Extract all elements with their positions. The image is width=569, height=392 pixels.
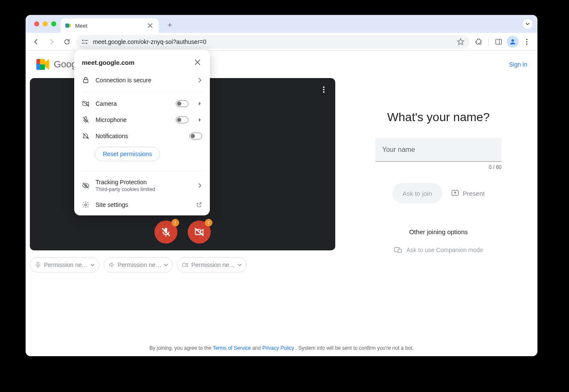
- url-text: meet.google.com/okr-znyq-soi?authuser=0: [93, 38, 206, 45]
- join-actions: Ask to join Present: [392, 183, 485, 203]
- mic-label: Microphone: [96, 116, 170, 123]
- mic-toggle[interactable]: [176, 116, 189, 123]
- preview-menu-icon[interactable]: [320, 86, 328, 93]
- tracking-subtitle: Third-party cookies limited: [96, 186, 191, 192]
- chip-label: Permission ne…: [44, 261, 88, 268]
- camera-warning-badge: !: [205, 219, 212, 226]
- reload-button[interactable]: [61, 35, 73, 48]
- svg-point-15: [323, 87, 325, 88]
- new-tab-button[interactable]: +: [163, 18, 177, 32]
- secure-label: Connection is secure: [96, 77, 191, 84]
- site-settings-label: Site settings: [96, 201, 190, 208]
- browser-tab[interactable]: Meet: [61, 18, 159, 33]
- caret-right-icon: [198, 102, 202, 106]
- privacy-link[interactable]: Privacy Policy: [262, 345, 294, 351]
- lock-icon: [82, 76, 90, 84]
- chip-label: Permission ne…: [191, 261, 235, 268]
- preview-controls: ! !: [154, 221, 211, 244]
- forward-button[interactable]: [45, 35, 58, 48]
- bell-off-icon: [82, 132, 90, 140]
- sign-in-link[interactable]: Sign in: [509, 61, 527, 68]
- eye-off-icon: [82, 182, 90, 189]
- browser-toolbar: meet.google.com/okr-znyq-soi?authuser=0: [26, 33, 537, 51]
- svg-point-16: [323, 89, 325, 90]
- caret-down-icon: [238, 263, 242, 267]
- site-info-popup: meet.google.com Connection is secure Cam…: [74, 50, 210, 215]
- svg-point-11: [526, 44, 528, 45]
- companion-icon: [394, 246, 402, 254]
- name-input[interactable]: [375, 138, 502, 162]
- browser-window: Meet + meet.google.com/okr-znyq-soi?auth…: [26, 15, 537, 356]
- svg-point-10: [526, 41, 528, 42]
- mic-toggle-button[interactable]: !: [154, 221, 177, 244]
- address-bar[interactable]: meet.google.com/okr-znyq-soi?authuser=0: [76, 35, 470, 49]
- svg-point-4: [86, 42, 87, 44]
- meet-logo-icon: [36, 58, 50, 70]
- legal-footer: By joining, you agree to the Terms of Se…: [26, 345, 537, 351]
- close-window-icon[interactable]: [34, 21, 39, 26]
- speaker-icon: [108, 261, 115, 268]
- svg-point-2: [82, 40, 83, 41]
- popup-close-icon[interactable]: [193, 58, 202, 67]
- present-button[interactable]: Present: [451, 189, 485, 197]
- camera-device-chip[interactable]: Permission ne…: [177, 257, 247, 273]
- profile-avatar[interactable]: [507, 36, 519, 48]
- ask-to-join-button[interactable]: Ask to join: [392, 183, 442, 203]
- camera-off-icon: [194, 227, 204, 237]
- toolbar-right: [472, 35, 533, 48]
- mic-off-icon: [161, 227, 171, 237]
- mic-icon: [35, 261, 41, 268]
- companion-label: Ask to use Companion mode: [406, 247, 483, 253]
- connection-secure-row[interactable]: Connection is secure: [74, 72, 210, 88]
- tab-strip: Meet +: [26, 15, 537, 33]
- camera-icon: [182, 261, 189, 268]
- chevron-right-icon: [197, 78, 202, 83]
- mic-device-chip[interactable]: Permission ne…: [30, 257, 99, 273]
- reset-permissions-button[interactable]: Reset permissions: [95, 147, 160, 161]
- chevron-right-icon: [197, 183, 202, 188]
- speaker-device-chip[interactable]: Permission ne…: [104, 257, 173, 273]
- svg-rect-28: [83, 102, 87, 106]
- companion-mode-link[interactable]: Ask to use Companion mode: [394, 246, 483, 254]
- mic-blocked-icon: [82, 116, 90, 124]
- camera-permission-row[interactable]: Camera: [74, 96, 210, 112]
- name-prompt-title: What's your name?: [387, 110, 490, 124]
- svg-rect-23: [183, 263, 186, 267]
- device-chips: Permission ne… Permission ne… Permission…: [30, 257, 344, 273]
- other-options-heading: Other joining options: [409, 228, 468, 235]
- present-label: Present: [463, 190, 485, 197]
- svg-rect-1: [65, 23, 67, 27]
- notifications-permission-row[interactable]: Notifications: [74, 128, 210, 144]
- camera-toggle[interactable]: [176, 100, 189, 107]
- notifications-toggle[interactable]: [189, 133, 202, 139]
- minimize-window-icon[interactable]: [43, 21, 48, 26]
- tracking-title: Tracking Protection: [96, 179, 191, 186]
- mic-permission-row[interactable]: Microphone: [74, 112, 210, 128]
- svg-point-8: [511, 39, 514, 42]
- tos-link[interactable]: Terms of Service: [213, 345, 251, 351]
- meet-favicon-icon: [65, 22, 72, 29]
- tracking-protection-row[interactable]: Tracking Protection Third-party cookies …: [74, 174, 210, 197]
- toolbar-divider: [488, 38, 489, 46]
- side-panel-icon[interactable]: [492, 35, 505, 48]
- window-controls: [30, 15, 61, 33]
- extensions-icon[interactable]: [472, 35, 485, 48]
- mic-warning-badge: !: [171, 219, 179, 226]
- svg-point-17: [323, 91, 325, 93]
- join-column: What's your name? 0 / 60 Ask to join Pre…: [344, 78, 533, 273]
- close-tab-icon[interactable]: [146, 21, 154, 30]
- tabs-dropdown-button[interactable]: [522, 18, 533, 29]
- site-settings-icon[interactable]: [81, 39, 89, 45]
- svg-point-9: [526, 39, 528, 40]
- back-button[interactable]: [30, 35, 43, 48]
- bookmark-star-icon[interactable]: [457, 38, 464, 46]
- svg-rect-27: [84, 80, 88, 83]
- browser-menu-icon[interactable]: [520, 35, 533, 48]
- site-settings-row[interactable]: Site settings: [74, 197, 210, 213]
- maximize-window-icon[interactable]: [51, 21, 56, 26]
- camera-toggle-button[interactable]: !: [188, 221, 211, 244]
- open-external-icon: [196, 202, 202, 208]
- tab-title: Meet: [75, 23, 87, 29]
- caret-right-icon: [198, 118, 202, 122]
- caret-down-icon: [164, 263, 168, 267]
